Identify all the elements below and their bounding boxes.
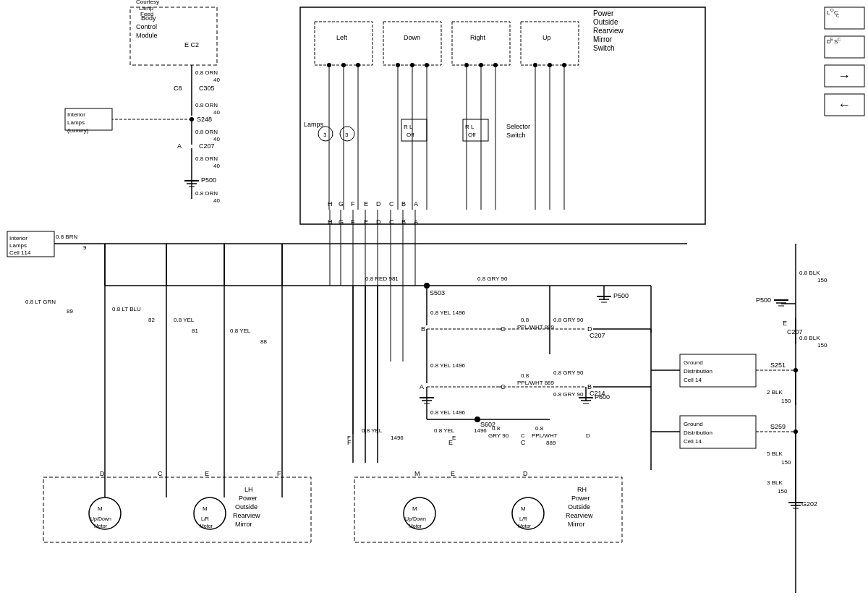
svg-text:G: G xyxy=(339,218,344,226)
svg-text:82: 82 xyxy=(148,317,155,323)
svg-text:Rearview: Rearview xyxy=(233,512,260,519)
svg-text:C207: C207 xyxy=(199,142,215,150)
svg-text:S248: S248 xyxy=(197,116,212,123)
svg-text:Outside: Outside xyxy=(568,503,590,510)
svg-text:S503: S503 xyxy=(430,289,445,296)
svg-text:Switch: Switch xyxy=(506,132,526,139)
svg-text:C: C xyxy=(389,218,394,226)
svg-text:0.8 GRY 90: 0.8 GRY 90 xyxy=(553,369,584,376)
svg-text:0.8: 0.8 xyxy=(492,425,501,432)
svg-text:C8: C8 xyxy=(174,85,182,92)
svg-text:Courtesy: Courtesy xyxy=(136,0,159,5)
svg-text:Cell 114: Cell 114 xyxy=(9,249,31,256)
svg-text:M: M xyxy=(98,505,103,512)
svg-text:Left: Left xyxy=(336,34,348,41)
svg-text:Feed: Feed xyxy=(140,11,153,17)
svg-text:Motor: Motor xyxy=(409,524,422,529)
svg-text:E: E xyxy=(783,320,787,327)
svg-text:Mirror: Mirror xyxy=(593,35,613,43)
svg-text:A: A xyxy=(420,383,424,390)
svg-text:C: C xyxy=(521,439,526,446)
svg-text:Motor: Motor xyxy=(94,524,108,529)
svg-text:0.8 BLK: 0.8 BLK xyxy=(799,335,820,341)
svg-text:889: 889 xyxy=(546,440,556,446)
svg-text:Interior: Interior xyxy=(9,235,27,242)
svg-text:(Luxury): (Luxury) xyxy=(67,127,89,134)
svg-text:Ground: Ground xyxy=(684,359,703,366)
svg-text:D: D xyxy=(376,218,381,226)
svg-text:Power: Power xyxy=(239,495,258,502)
svg-text:Lamps: Lamps xyxy=(304,121,324,128)
svg-text:RH: RH xyxy=(577,486,587,493)
svg-text:150: 150 xyxy=(817,342,827,349)
svg-text:40: 40 xyxy=(213,109,220,116)
svg-text:E: E xyxy=(451,470,455,477)
svg-text:PPL/WHT 889: PPL/WHT 889 xyxy=(517,324,555,330)
svg-text:Mirror: Mirror xyxy=(568,521,585,528)
svg-text:Cell 14: Cell 14 xyxy=(684,438,702,445)
svg-text:S259: S259 xyxy=(770,423,786,430)
svg-text:0.8 LT BLU: 0.8 LT BLU xyxy=(112,306,141,312)
svg-text:Power: Power xyxy=(571,495,590,502)
svg-text:Distribution: Distribution xyxy=(684,368,712,375)
svg-text:40: 40 xyxy=(213,136,220,142)
svg-text:D: D xyxy=(376,200,381,208)
svg-text:→: → xyxy=(838,69,851,83)
svg-text:Switch: Switch xyxy=(593,44,614,52)
svg-text:Off: Off xyxy=(407,132,414,138)
svg-text:L/R: L/R xyxy=(201,516,209,521)
svg-text:F: F xyxy=(277,470,281,477)
svg-text:5 BLK: 5 BLK xyxy=(767,450,783,457)
svg-text:Module: Module xyxy=(136,32,158,39)
svg-text:3: 3 xyxy=(323,132,327,138)
svg-text:0.8 BRN: 0.8 BRN xyxy=(56,234,77,240)
svg-text:Selector: Selector xyxy=(506,123,530,130)
svg-text:E: E xyxy=(448,439,453,446)
svg-text:Up/Down: Up/Down xyxy=(405,516,426,522)
svg-text:88: 88 xyxy=(260,338,267,345)
svg-text:40: 40 xyxy=(213,77,220,83)
svg-text:C: C xyxy=(836,14,840,18)
svg-text:P500: P500 xyxy=(201,176,216,184)
svg-text:150: 150 xyxy=(778,488,788,495)
svg-text:0.8: 0.8 xyxy=(521,317,529,323)
svg-text:Rearview: Rearview xyxy=(593,27,624,35)
svg-text:0.8 ORN: 0.8 ORN xyxy=(195,190,218,197)
svg-text:P500: P500 xyxy=(613,292,629,299)
svg-text:Right: Right xyxy=(470,34,486,41)
svg-text:C: C xyxy=(389,200,394,208)
svg-text:M: M xyxy=(412,505,417,512)
svg-text:C: C xyxy=(521,432,525,439)
svg-text:E: E xyxy=(364,218,368,226)
svg-text:0.8 YEL 1496: 0.8 YEL 1496 xyxy=(430,362,466,369)
svg-text:Control: Control xyxy=(136,23,157,30)
svg-text:G: G xyxy=(339,200,344,208)
svg-text:89: 89 xyxy=(67,308,73,315)
svg-text:A: A xyxy=(177,142,182,150)
svg-text:M: M xyxy=(203,505,208,512)
svg-text:0.8 ORN: 0.8 ORN xyxy=(195,102,218,108)
svg-text:Motor: Motor xyxy=(200,524,213,529)
svg-text:Down: Down xyxy=(404,34,420,41)
svg-text:Rearview: Rearview xyxy=(566,512,593,519)
svg-text:9: 9 xyxy=(83,244,87,251)
svg-text:F: F xyxy=(351,200,355,208)
svg-text:0.8 ORN: 0.8 ORN xyxy=(195,155,218,162)
svg-text:150: 150 xyxy=(817,277,827,283)
svg-text:Cell 14: Cell 14 xyxy=(684,377,702,383)
svg-text:M: M xyxy=(521,505,526,512)
svg-text:F: F xyxy=(347,439,352,446)
svg-text:Interior: Interior xyxy=(67,111,85,118)
svg-text:C305: C305 xyxy=(199,85,215,92)
svg-text:Mirror: Mirror xyxy=(235,521,252,528)
svg-text:B: B xyxy=(401,218,406,226)
svg-text:0.8 ORN: 0.8 ORN xyxy=(195,69,218,76)
svg-text:0.8 GRY 90: 0.8 GRY 90 xyxy=(553,391,584,398)
svg-text:A: A xyxy=(414,218,418,226)
svg-text:Lamps: Lamps xyxy=(67,119,85,126)
svg-text:Up/Down: Up/Down xyxy=(90,516,111,522)
svg-text:0.8: 0.8 xyxy=(535,425,544,432)
svg-text:0.8 YEL: 0.8 YEL xyxy=(434,427,455,434)
svg-text:PPL/WHT: PPL/WHT xyxy=(532,432,558,439)
svg-text:150: 150 xyxy=(781,459,791,466)
